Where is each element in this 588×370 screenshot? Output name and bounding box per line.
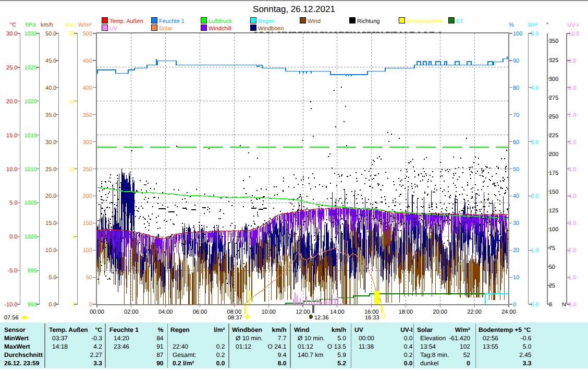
svg-text:150: 150: [83, 220, 92, 226]
svg-text:Sensor: Sensor: [4, 326, 26, 333]
svg-text:30.0: 30.0: [6, 31, 17, 37]
svg-text:5.2: 5.2: [337, 360, 346, 367]
svg-text:2.0: 2.0: [531, 193, 538, 199]
svg-text:150: 150: [549, 189, 558, 195]
svg-text:km/h: km/h: [332, 326, 346, 333]
svg-text:20: 20: [513, 247, 519, 254]
svg-text:01:12: 01:12: [298, 343, 313, 350]
svg-text:250: 250: [83, 166, 92, 173]
svg-text:Gesamt:: Gesamt:: [173, 351, 196, 359]
svg-text:6.0: 6.0: [568, 139, 576, 146]
svg-text:04:00: 04:00: [158, 309, 173, 315]
svg-text:UV: UV: [354, 326, 363, 333]
svg-text:87: 87: [156, 351, 164, 359]
svg-text:990: 990: [28, 302, 37, 308]
svg-text:00:00: 00:00: [359, 335, 374, 342]
svg-text:Temp. Außen: Temp. Außen: [109, 18, 143, 25]
svg-text:Luftdruck: Luftdruck: [209, 18, 232, 25]
svg-text:300: 300: [549, 76, 558, 82]
svg-text:-61.420: -61.420: [449, 335, 470, 342]
svg-text:°C: °C: [95, 326, 103, 333]
svg-text:20.0: 20.0: [45, 193, 56, 199]
svg-text:20: 20: [69, 31, 75, 37]
svg-text:Wind: Wind: [308, 18, 321, 25]
svg-text:50: 50: [86, 274, 92, 281]
svg-text:03:37: 03:37: [52, 335, 68, 342]
svg-text:0.2: 0.2: [216, 351, 225, 359]
svg-text:0.2: 0.2: [404, 351, 413, 359]
svg-text:3.0: 3.0: [568, 220, 576, 226]
svg-text:11:38: 11:38: [359, 343, 374, 350]
svg-text:13:55: 13:55: [483, 343, 498, 350]
svg-text:01:12: 01:12: [236, 343, 251, 350]
svg-text:200: 200: [549, 151, 558, 158]
svg-text:15: 15: [69, 99, 75, 105]
svg-text:80: 80: [513, 85, 519, 91]
svg-text:225: 225: [549, 133, 558, 139]
svg-text:25: 25: [549, 283, 555, 289]
svg-text:995: 995: [28, 268, 37, 274]
svg-text:UV-I: UV-I: [400, 326, 412, 333]
svg-text:84: 84: [156, 335, 164, 342]
svg-text:0.0: 0.0: [404, 335, 413, 342]
svg-text:10: 10: [69, 166, 75, 173]
svg-text:08:37: 08:37: [228, 315, 242, 321]
svg-text:1.0: 1.0: [568, 274, 576, 281]
svg-text:275: 275: [549, 95, 558, 101]
svg-text:Solar: Solar: [417, 326, 433, 333]
svg-text:40.0: 40.0: [45, 85, 56, 91]
svg-text:MinWert: MinWert: [4, 335, 29, 342]
svg-text:Windböen: Windböen: [232, 326, 262, 333]
svg-text:10.0: 10.0: [45, 247, 56, 254]
svg-text:75: 75: [549, 245, 555, 252]
svg-text:35.0: 35.0: [45, 112, 56, 118]
svg-text:140.7 km: 140.7 km: [298, 351, 323, 359]
svg-text:350: 350: [549, 38, 558, 44]
svg-text:°C: °C: [524, 326, 531, 333]
svg-text:10.0: 10.0: [6, 166, 17, 173]
svg-text:5.9: 5.9: [337, 351, 346, 359]
svg-text:0: 0: [513, 302, 516, 308]
svg-text:3.3: 3.3: [523, 360, 532, 367]
svg-text:20:00: 20:00: [433, 309, 448, 315]
svg-text:00:00: 00:00: [90, 309, 104, 315]
svg-text:9.0: 9.0: [568, 58, 576, 64]
svg-text:O 24.1: O 24.1: [267, 343, 286, 350]
svg-text:18:00: 18:00: [399, 309, 413, 315]
svg-text:100: 100: [513, 31, 522, 37]
svg-text:4.0: 4.0: [531, 85, 538, 91]
svg-text:60: 60: [513, 139, 519, 146]
svg-text:Regen: Regen: [170, 326, 190, 333]
svg-text:1025: 1025: [24, 65, 37, 71]
svg-text:2.45: 2.45: [519, 351, 532, 359]
svg-text:Feuchte 1: Feuchte 1: [109, 326, 139, 333]
svg-text:hPa: hPa: [26, 22, 36, 28]
svg-text:W/m²: W/m²: [78, 22, 92, 28]
svg-text:90: 90: [156, 360, 164, 367]
svg-text:25.0: 25.0: [6, 65, 17, 71]
svg-text:100: 100: [549, 226, 558, 233]
svg-text:UV-I: UV-I: [567, 22, 578, 28]
svg-text:5.0: 5.0: [523, 343, 532, 350]
svg-text:1000: 1000: [24, 234, 37, 240]
svg-text:22:40: 22:40: [173, 343, 188, 350]
svg-text:15.0: 15.0: [45, 220, 56, 226]
svg-text:52: 52: [463, 351, 471, 359]
svg-text:Ø 10 min.: Ø 10 min.: [298, 335, 325, 342]
svg-text:l/m²: l/m²: [214, 326, 225, 333]
svg-text:1010: 1010: [24, 166, 37, 173]
svg-text:07:56: 07:56: [4, 315, 19, 321]
svg-text:-5.0: -5.0: [8, 268, 18, 274]
svg-text:0: 0: [549, 302, 552, 308]
svg-text:0.0: 0.0: [216, 360, 225, 367]
svg-text:8.0: 8.0: [568, 85, 576, 91]
svg-text:30.0: 30.0: [45, 139, 56, 146]
svg-text:N: N: [562, 302, 566, 308]
svg-text:Feuchte 1: Feuchte 1: [159, 18, 185, 25]
svg-text:°C: °C: [10, 22, 16, 28]
svg-text:dunkel: dunkel: [420, 360, 438, 367]
svg-text:5.0: 5.0: [337, 335, 346, 342]
svg-text:50: 50: [513, 166, 519, 173]
svg-text:0.4: 0.4: [404, 343, 413, 350]
svg-text:22:00: 22:00: [467, 309, 482, 315]
